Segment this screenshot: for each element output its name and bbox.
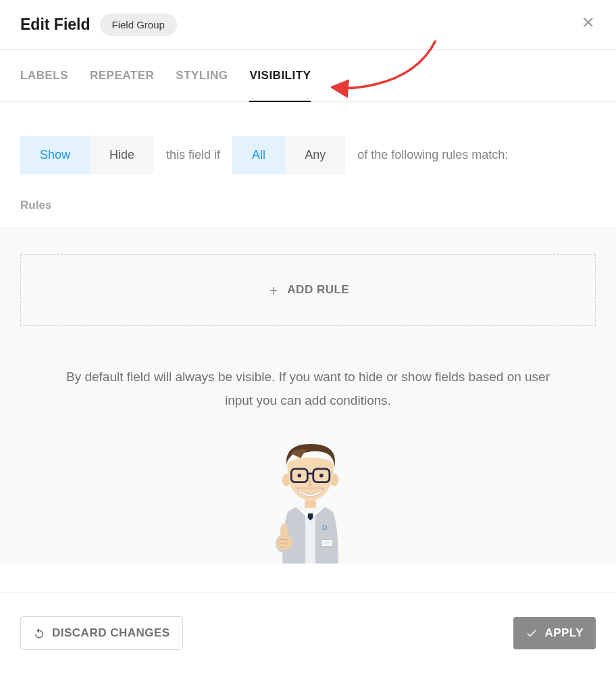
- tab-repeater[interactable]: REPEATER: [90, 50, 154, 101]
- apply-button[interactable]: APPLY: [513, 617, 596, 649]
- discard-label: DISCARD CHANGES: [52, 626, 170, 640]
- toggle-hide[interactable]: Hide: [90, 136, 154, 174]
- close-icon: [581, 15, 596, 30]
- condition-text-match: of the following rules match:: [357, 148, 508, 162]
- modal-header: Edit Field Field Group: [0, 0, 616, 50]
- tab-styling[interactable]: STYLING: [176, 50, 228, 101]
- visibility-help-text: By default field will always be visible.…: [20, 326, 596, 412]
- svg-point-5: [297, 474, 301, 478]
- tab-bar: LABELS REPEATER STYLING VISIBILITY: [0, 50, 616, 102]
- show-hide-toggle: Show Hide: [20, 136, 154, 174]
- discard-changes-button[interactable]: DISCARD CHANGES: [20, 616, 183, 650]
- field-type-badge: Field Group: [100, 14, 177, 36]
- apply-label: APPLY: [544, 626, 584, 640]
- condition-text-if: this field if: [166, 148, 220, 162]
- toggle-all[interactable]: All: [232, 136, 285, 174]
- check-icon: [525, 627, 538, 639]
- all-any-toggle: All Any: [232, 136, 345, 174]
- plus-icon: ＋: [267, 283, 281, 297]
- rules-area: ＋ ADD RULE By default field will always …: [0, 226, 616, 564]
- modal-footer: DISCARD CHANGES APPLY: [0, 592, 616, 673]
- add-rule-label: ADD RULE: [287, 283, 349, 297]
- mascot-illustration: [20, 412, 596, 564]
- svg-point-6: [319, 474, 324, 478]
- undo-icon: [33, 627, 45, 639]
- visibility-condition-row: Show Hide this field if All Any of the f…: [0, 102, 616, 195]
- tab-visibility[interactable]: VISIBILITY: [249, 50, 311, 101]
- toggle-show[interactable]: Show: [20, 136, 90, 174]
- add-rule-button[interactable]: ＋ ADD RULE: [20, 254, 596, 326]
- svg-rect-11: [322, 540, 333, 547]
- page-title: Edit Field: [20, 16, 91, 34]
- close-button[interactable]: [581, 15, 596, 32]
- tab-labels[interactable]: LABELS: [20, 50, 68, 101]
- svg-rect-8: [305, 501, 316, 508]
- toggle-any[interactable]: Any: [285, 136, 345, 174]
- rules-section-label: Rules: [0, 195, 616, 226]
- mascot-icon: [237, 439, 379, 564]
